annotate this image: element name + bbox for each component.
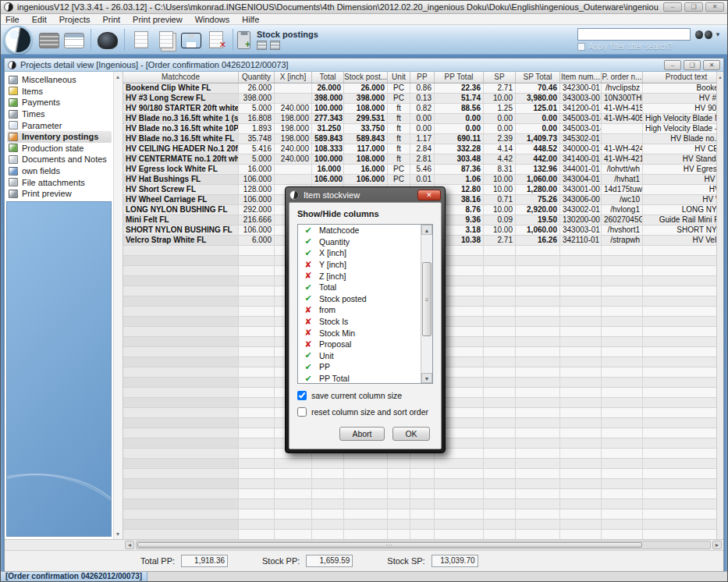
doc-minimize-button[interactable]: – xyxy=(664,60,681,70)
close-button[interactable]: ✕ xyxy=(705,2,724,12)
save-icon[interactable] xyxy=(181,33,201,48)
menu-print[interactable]: Print xyxy=(102,15,120,24)
status-tab[interactable]: [Order confirmation 04262012/00073] xyxy=(1,572,147,581)
sidebar-scrollbar[interactable]: ▲ ▼ xyxy=(113,72,123,539)
column-toggle-y-inch-[interactable]: ✘Y [inch] xyxy=(298,259,421,271)
calendar-icon[interactable] xyxy=(64,33,84,48)
menu-hilfe[interactable]: Hilfe xyxy=(242,15,259,24)
table-row[interactable]: HV CENTERMATE no.1 20ft white FL5.000240… xyxy=(123,154,723,165)
column-toggle-stock-posted[interactable]: ✔Stock posted xyxy=(298,293,421,305)
save-column-size-checkbox[interactable] xyxy=(297,391,307,400)
sidebar-item-miscellaneous[interactable]: Miscellaneous xyxy=(7,74,112,86)
new-document-icon[interactable] xyxy=(134,31,148,48)
helmet-icon[interactable] xyxy=(98,32,118,49)
sidebar-item-file-attachments[interactable]: File attachments xyxy=(7,176,112,188)
table-row[interactable]: Bookend Clip White FL26.00026.00026.000P… xyxy=(123,83,723,94)
column-header-item-num-[interactable]: Item num... xyxy=(560,72,602,83)
sidebar-item-own-fields[interactable]: own fields xyxy=(7,165,112,177)
column-header-pp-total[interactable]: PP Total xyxy=(435,72,484,83)
column-header-quantity[interactable]: Quantity xyxy=(239,72,275,83)
sidebar-item-documents-and-notes[interactable]: Documents and Notes xyxy=(7,154,112,165)
column-header-sp[interactable]: SP xyxy=(484,72,516,83)
table-row[interactable]: HV Blade no.3 16.5ft white 10Pack1.89319… xyxy=(123,124,723,134)
sidebar-item-production-state[interactable]: Production state xyxy=(7,143,112,154)
binoculars-icon[interactable] xyxy=(695,30,712,40)
search-input[interactable] xyxy=(577,28,691,41)
hscroll-track[interactable] xyxy=(136,541,711,549)
maximize-button[interactable]: ❑ xyxy=(684,2,703,12)
clipboard-add-icon[interactable] xyxy=(237,31,250,49)
column-header-matchcode[interactable]: Matchcode xyxy=(123,72,239,83)
stock-table-icon[interactable] xyxy=(257,41,267,50)
scroll-right-icon[interactable]: ► xyxy=(712,541,722,549)
column-header-pp[interactable]: PP xyxy=(410,72,435,83)
minimize-button[interactable]: – xyxy=(663,2,682,12)
scroll-up-icon[interactable]: ▲ xyxy=(717,75,723,80)
hscroll-thumb[interactable] xyxy=(137,542,642,548)
table-vertical-scrollbar[interactable]: ▲ xyxy=(716,72,723,539)
sidebar-item-items[interactable]: Items xyxy=(7,86,112,98)
table-row[interactable]: HV #3 Long Screw FL398.000398.000398.000… xyxy=(123,94,723,104)
column-toggle-stock-min[interactable]: ✘Stock Min xyxy=(298,327,421,339)
cell xyxy=(484,469,516,478)
column-toggle-unit[interactable]: ✔Unit xyxy=(298,350,421,362)
sidebar-item-times[interactable]: Times xyxy=(7,108,112,120)
sidebar-item-print-preview[interactable]: Print preview xyxy=(7,188,112,200)
column-toggle-pp-total[interactable]: ✔PP Total xyxy=(298,373,421,384)
menu-edit[interactable]: Edit xyxy=(32,15,47,24)
column-toggle-quantity[interactable]: ✔Quantity xyxy=(298,236,421,248)
copy-document-icon[interactable] xyxy=(159,31,173,48)
reset-column-size-checkbox[interactable] xyxy=(297,407,307,417)
cell: 33.750 xyxy=(344,124,388,133)
cell xyxy=(643,449,723,458)
table-row[interactable]: HV Blade no.3 16.5ft white FL35.748198.0… xyxy=(123,134,723,144)
table-row[interactable]: HV Egress lock White FL16.00016.00016.00… xyxy=(123,165,723,175)
column-toggle-x-inch-[interactable]: ✔X [inch] xyxy=(298,247,421,259)
column-header-product-text[interactable]: Product text xyxy=(643,72,723,83)
column-toggle-from[interactable]: ✘from xyxy=(298,304,421,316)
menu-file[interactable]: File xyxy=(5,15,20,24)
column-toggle-proposal[interactable]: ✘Proposal xyxy=(298,339,421,350)
listbox-scrollbar[interactable]: ▲ ≡ ▼ xyxy=(421,225,432,383)
column-header-unit[interactable]: Unit xyxy=(388,72,410,83)
scroll-down-icon[interactable]: ▼ xyxy=(421,373,432,383)
abort-button[interactable]: Abort xyxy=(339,427,385,441)
scroll-left-icon[interactable]: ◄ xyxy=(125,541,134,549)
menu-projects[interactable]: Projects xyxy=(59,15,91,24)
scroll-down-icon[interactable]: ▼ xyxy=(114,531,122,537)
cell: 117.000 xyxy=(344,144,388,154)
column-toggle-z-inch-[interactable]: ✘Z [inch] xyxy=(298,270,421,282)
column-header-p-order-n-[interactable]: P. order n... xyxy=(602,72,643,83)
doc-close-button[interactable]: ✕ xyxy=(703,60,720,70)
delete-document-icon[interactable] xyxy=(209,31,223,48)
column-header-total[interactable]: Total xyxy=(312,72,344,83)
table-row[interactable]: HV CEILING HEADER No.1 20ft white F5.416… xyxy=(123,144,723,154)
column-toggle-pp[interactable]: ✔PP xyxy=(298,361,421,373)
scroll-up-icon[interactable]: ▲ xyxy=(421,225,432,235)
stock-report-icon[interactable] xyxy=(270,41,280,50)
table-row[interactable]: HV Hat Bushings FL106.000106.000106.000P… xyxy=(123,175,723,185)
column-toggle-matchcode[interactable]: ✔Matchcode xyxy=(298,225,421,236)
column-header-x-inch-[interactable]: X [inch] xyxy=(275,72,312,83)
dropdown-caret-icon[interactable]: ▼ xyxy=(715,31,721,38)
cell xyxy=(602,449,643,458)
column-toggle-stock-is[interactable]: ✘Stock Is xyxy=(298,316,421,328)
cell: 41-WH-421 xyxy=(602,154,643,164)
scroll-up-icon[interactable]: ▲ xyxy=(114,74,122,80)
sidebar-item-inventory-postings[interactable]: Inventory postings xyxy=(7,131,112,143)
apply-filter-checkbox[interactable] xyxy=(577,43,585,51)
dialog-close-button[interactable]: ✕ xyxy=(417,190,441,201)
column-header-sp-total[interactable]: SP Total xyxy=(516,72,560,83)
grid-icon[interactable] xyxy=(39,33,59,48)
sidebar-item-payments[interactable]: Payments xyxy=(7,97,112,108)
ok-button[interactable]: OK xyxy=(392,427,430,441)
listbox-scroll-thumb[interactable]: ≡ xyxy=(422,262,431,336)
menu-windows[interactable]: Windows xyxy=(195,15,230,24)
doc-restore-button[interactable]: ❑ xyxy=(684,60,701,70)
column-header-stock-post-[interactable]: Stock post... xyxy=(344,72,388,83)
table-row[interactable]: HV 90/180 STARTER 20ft white FL5.000240.… xyxy=(123,104,723,114)
menu-print-preview[interactable]: Print preview xyxy=(133,15,183,24)
column-toggle-total[interactable]: ✔Total xyxy=(298,282,421,293)
sidebar-item-parameter[interactable]: Parameter xyxy=(7,119,112,131)
table-row[interactable]: HV Blade no.3 16.5ft white 1 (single)16.… xyxy=(123,114,723,124)
